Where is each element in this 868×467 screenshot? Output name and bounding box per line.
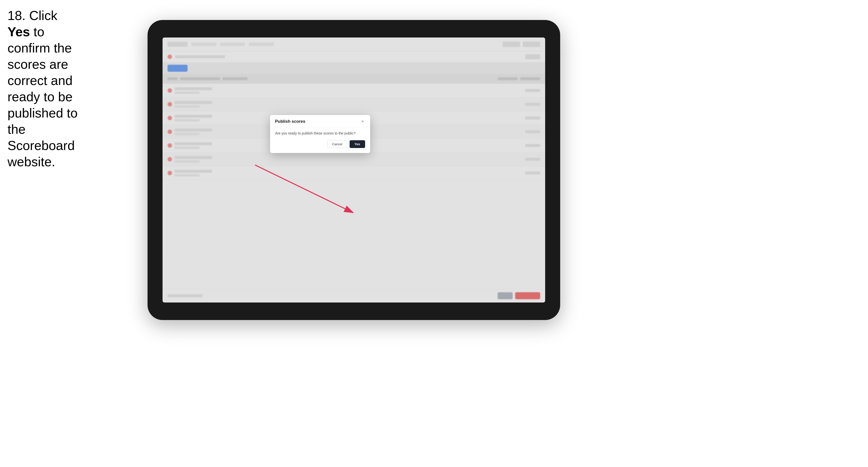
instruction-text-after-bold: to confirm the scores are correct and re…	[7, 25, 78, 169]
modal-header: Publish scores ×	[270, 115, 370, 127]
modal-close-button[interactable]: ×	[360, 119, 365, 124]
tablet-device: Publish scores × Are you ready to publis…	[148, 20, 560, 320]
modal-title: Publish scores	[275, 119, 305, 124]
modal-message: Are you ready to publish these scores to…	[275, 131, 365, 135]
publish-scores-modal: Publish scores × Are you ready to publis…	[270, 115, 370, 153]
tablet-screen: Publish scores × Are you ready to publis…	[162, 37, 545, 303]
modal-actions: Cancel Yes	[275, 140, 365, 148]
instruction-number: 18.	[7, 8, 26, 23]
modal-body: Are you ready to publish these scores to…	[270, 127, 370, 153]
instruction-text: 18. Click Yes to confirm the scores are …	[7, 7, 80, 170]
instruction-bold-yes: Yes	[7, 25, 30, 39]
yes-button[interactable]: Yes	[350, 140, 365, 148]
modal-overlay: Publish scores × Are you ready to publis…	[162, 37, 545, 303]
instruction-text-before-bold: Click	[26, 8, 57, 23]
cancel-button[interactable]: Cancel	[327, 140, 347, 148]
